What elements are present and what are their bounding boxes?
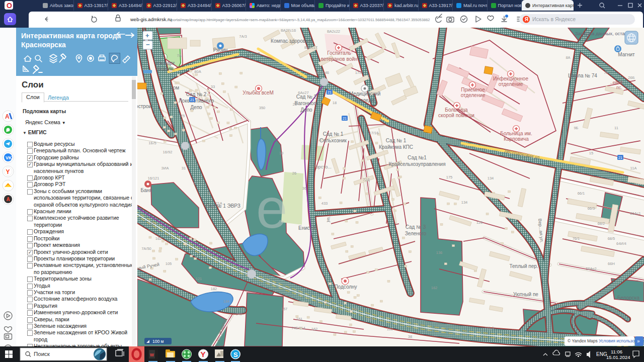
svg-text:Сад № 1 ЭВРЗ: Сад № 1 ЭВРЗ bbox=[205, 203, 240, 209]
svg-text:ЗИА: ЗИА bbox=[162, 166, 169, 170]
svg-text:Крайсельхозуправления: Крайсельхозуправления bbox=[388, 161, 445, 167]
svg-text:66Ас1: 66Ас1 bbox=[630, 211, 640, 216]
svg-text:11:06: 11:06 bbox=[611, 349, 622, 354]
svg-text:74Е/114: 74Е/114 bbox=[291, 326, 305, 330]
svg-text:Я: Я bbox=[525, 17, 528, 22]
svg-text:Сад №1: Сад №1 bbox=[408, 155, 427, 160]
svg-text:Карповича: Карповича bbox=[504, 136, 529, 142]
svg-text:ВА2с17: ВА2с17 bbox=[304, 45, 317, 50]
svg-text:11А: 11А bbox=[630, 166, 637, 170]
svg-text:8А: 8А bbox=[566, 55, 570, 60]
svg-text:162: 162 bbox=[431, 286, 438, 290]
svg-text:66/1: 66/1 bbox=[578, 191, 585, 196]
svg-text:Y: Y bbox=[6, 168, 10, 175]
svg-text:17/9: 17/9 bbox=[345, 96, 353, 100]
svg-text:»: » bbox=[637, 338, 640, 344]
svg-text:26: 26 bbox=[292, 171, 296, 175]
svg-text:Баня: Баня bbox=[140, 188, 152, 193]
svg-text:e: e bbox=[256, 177, 287, 240]
svg-text:17/16: 17/16 bbox=[369, 131, 379, 135]
svg-text:134: 134 bbox=[461, 200, 468, 205]
svg-text:Сад № 1: Сад № 1 bbox=[323, 131, 344, 137]
svg-text:66/3: 66/3 bbox=[588, 206, 595, 211]
svg-text:Компас здоровья: Компас здоровья bbox=[271, 38, 311, 44]
svg-text:21А: 21А bbox=[215, 201, 222, 206]
svg-text:433: 433 bbox=[321, 201, 328, 206]
svg-text:26Б: 26Б bbox=[628, 75, 634, 80]
svg-text:Сельхозник: Сельхозник bbox=[319, 138, 347, 143]
svg-text:Енисей: Енисей bbox=[298, 225, 315, 231]
svg-text:ENG: ENG bbox=[596, 351, 607, 357]
svg-text:Искать в Яндексе: Искать в Яндексе bbox=[532, 16, 576, 22]
svg-text:76/1: 76/1 bbox=[573, 236, 580, 241]
svg-text:22А: 22А bbox=[148, 221, 154, 226]
svg-text:Сад № 2: Сад № 2 bbox=[186, 92, 207, 97]
svg-text:..евой: ..евой bbox=[610, 80, 623, 85]
svg-text:136: 136 bbox=[436, 250, 443, 255]
svg-text:66Н: 66Н bbox=[608, 261, 615, 266]
svg-text:7А/50: 7А/50 bbox=[141, 246, 151, 251]
svg-text:Поиск: Поиск bbox=[34, 351, 50, 357]
svg-text:ВА27с16: ВА27с16 bbox=[281, 28, 296, 33]
svg-text:68/5: 68/5 bbox=[608, 236, 615, 241]
svg-text:15.01.2024: 15.01.2024 bbox=[606, 354, 630, 360]
svg-text:S: S bbox=[233, 351, 238, 358]
svg-text:162: 162 bbox=[155, 236, 162, 241]
svg-text:w: w bbox=[149, 352, 154, 357]
svg-text:6А: 6А bbox=[548, 40, 553, 45]
svg-text:Зеленого: Зеленого bbox=[405, 231, 427, 236]
svg-text:31: 31 bbox=[207, 191, 211, 196]
svg-text:33: 33 bbox=[211, 84, 215, 89]
svg-text:72Д: 72Д bbox=[363, 177, 369, 182]
svg-text:21: 21 bbox=[343, 117, 347, 120]
svg-text:O: O bbox=[7, 2, 12, 10]
svg-text:ветеранов войн: ветеранов войн bbox=[321, 56, 358, 62]
svg-text:38: 38 bbox=[408, 334, 412, 339]
svg-text:Y: Y bbox=[201, 350, 206, 358]
svg-text:121: 121 bbox=[196, 277, 202, 281]
svg-text:скорой помощи: скорой помощи bbox=[438, 113, 474, 118]
svg-text:7Б: 7Б bbox=[604, 70, 608, 75]
svg-text:21: 21 bbox=[190, 98, 194, 102]
svg-text:17/2: 17/2 bbox=[355, 70, 363, 75]
svg-text:Сад № 3: Сад № 3 bbox=[406, 224, 426, 230]
svg-text:ВА2с22: ВА2с22 bbox=[327, 29, 340, 34]
svg-text:31: 31 bbox=[182, 166, 186, 170]
svg-text:Крайкома КПС: Крайкома КПС bbox=[379, 144, 413, 150]
svg-text:36: 36 bbox=[302, 186, 306, 191]
svg-text:68/2: 68/2 bbox=[598, 221, 605, 226]
svg-text:Школа № 74: Школа № 74 bbox=[568, 73, 597, 78]
svg-text:157: 157 bbox=[281, 307, 288, 311]
svg-text:Депо: Депо bbox=[190, 105, 202, 110]
svg-text:80А: 80А bbox=[194, 69, 201, 74]
svg-text:75: 75 bbox=[181, 114, 185, 118]
svg-text:Сад № 1: Сад № 1 bbox=[386, 138, 407, 143]
svg-text:151: 151 bbox=[296, 317, 303, 321]
svg-text:−: − bbox=[146, 41, 150, 48]
svg-text:Магнит: Магнит bbox=[618, 52, 635, 57]
svg-text:отделение: отделение bbox=[499, 81, 523, 87]
svg-text:240: 240 bbox=[236, 312, 243, 316]
svg-text:Локомотивного: Локомотивного bbox=[179, 98, 214, 104]
svg-text:7А: 7А bbox=[177, 53, 181, 58]
svg-text:105: 105 bbox=[166, 261, 172, 266]
svg-text:16/121: 16/121 bbox=[148, 176, 159, 180]
svg-text:9Б: 9Б bbox=[574, 126, 578, 130]
svg-text:18: 18 bbox=[333, 101, 337, 105]
svg-text:134: 134 bbox=[488, 176, 494, 180]
svg-text:125: 125 bbox=[367, 317, 373, 321]
svg-text:21: 21 bbox=[618, 156, 622, 159]
svg-text:отделение: отделение bbox=[461, 93, 486, 98]
svg-text:15: 15 bbox=[589, 151, 593, 155]
svg-text:ВА3с46: ВА3с46 bbox=[316, 70, 329, 75]
svg-text:350: 350 bbox=[259, 106, 266, 110]
svg-text:A: A bbox=[5, 113, 10, 120]
svg-text:7А/3: 7А/3 bbox=[239, 34, 247, 39]
svg-text:VK: VK bbox=[6, 155, 12, 160]
svg-text:21: 21 bbox=[328, 90, 332, 94]
svg-text:пс.: пс. bbox=[616, 85, 622, 90]
svg-text:дом: дом bbox=[170, 85, 179, 90]
svg-text:колледж: колледж bbox=[355, 98, 375, 103]
svg-text:27: 27 bbox=[293, 102, 297, 107]
svg-text:острои: острои bbox=[137, 104, 151, 109]
